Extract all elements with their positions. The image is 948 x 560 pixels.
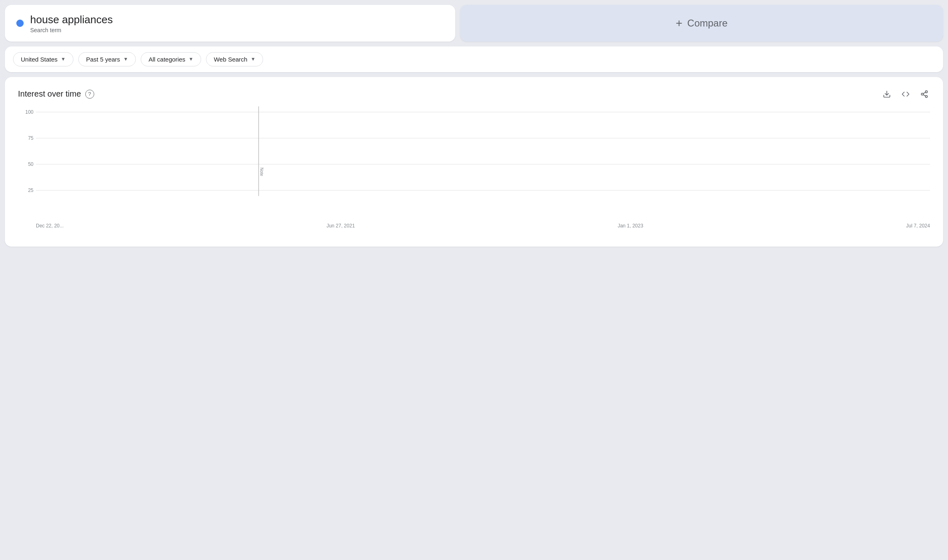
search-dot <box>16 20 24 27</box>
svg-text:50: 50 <box>28 161 34 167</box>
chart-title: Interest over time <box>18 89 81 99</box>
chart-header: Interest over time ? <box>18 88 930 100</box>
region-filter[interactable]: United States ▼ <box>13 52 73 66</box>
compare-plus-icon: + <box>676 18 682 29</box>
compare-card[interactable]: + Compare <box>460 5 943 42</box>
search-term-card: house appliances Search term <box>5 5 455 42</box>
region-label: United States <box>21 56 58 63</box>
search-type-chevron-icon: ▼ <box>250 56 255 62</box>
x-label-2: Jun 27, 2021 <box>326 223 354 229</box>
category-label: All categories <box>148 56 185 63</box>
x-label-1: Dec 22, 20... <box>36 223 64 229</box>
chart-wrapper: 100 75 50 25 Note Dec 22, 20... Jun 27, … <box>18 106 930 237</box>
chart-title-group: Interest over time ? <box>18 89 94 99</box>
compare-label: Compare <box>687 18 728 29</box>
category-chevron-icon: ▼ <box>188 56 193 62</box>
svg-line-4 <box>923 95 926 96</box>
svg-text:25: 25 <box>28 187 34 193</box>
search-term-title: house appliances <box>30 13 113 27</box>
svg-text:Note: Note <box>259 168 264 176</box>
chart-actions <box>881 88 930 100</box>
share-button[interactable] <box>919 88 930 100</box>
embed-button[interactable] <box>900 88 911 100</box>
search-type-label: Web Search <box>214 56 247 63</box>
filters-bar: United States ▼ Past 5 years ▼ All categ… <box>5 46 943 72</box>
time-chevron-icon: ▼ <box>123 56 128 62</box>
svg-text:75: 75 <box>28 135 34 141</box>
chart-card: Interest over time ? <box>5 77 943 247</box>
time-label: Past 5 years <box>86 56 120 63</box>
interest-chart: 100 75 50 25 Note <box>18 106 930 225</box>
x-label-4: Jul 7, 2024 <box>906 223 930 229</box>
category-filter[interactable]: All categories ▼ <box>141 52 201 66</box>
search-term-subtitle: Search term <box>30 27 113 33</box>
search-type-filter[interactable]: Web Search ▼ <box>206 52 263 66</box>
svg-line-5 <box>923 92 926 93</box>
time-filter[interactable]: Past 5 years ▼ <box>78 52 136 66</box>
region-chevron-icon: ▼ <box>61 56 66 62</box>
help-icon[interactable]: ? <box>85 90 94 99</box>
search-term-text: house appliances Search term <box>30 13 113 33</box>
x-label-3: Jan 1, 2023 <box>618 223 643 229</box>
svg-text:100: 100 <box>25 109 33 115</box>
download-button[interactable] <box>881 88 893 100</box>
